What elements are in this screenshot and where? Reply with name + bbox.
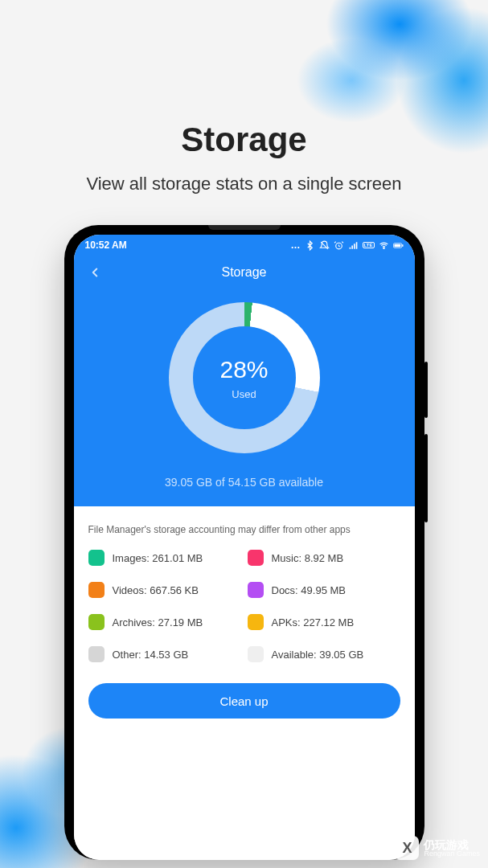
legend-label: APKs: 227.12 MB [272, 616, 355, 628]
legend-item: Images: 261.01 MB [88, 550, 241, 566]
hero-title: Storage [0, 121, 488, 159]
phone-side-button [424, 362, 428, 418]
available-line: 39.05 GB of 54.15 GB available [85, 476, 404, 489]
lte-icon: LTE [363, 242, 375, 248]
legend-swatch [88, 582, 105, 598]
svg-rect-3 [394, 244, 400, 247]
more-icon: … [291, 240, 301, 251]
legend-label: Other: 14.53 GB [113, 649, 189, 661]
alarm-icon [334, 240, 344, 251]
phone-mockup: 10:52 AM … LTE [64, 225, 424, 860]
legend-swatch [248, 582, 264, 598]
legend-label: Archives: 27.19 MB [113, 616, 203, 628]
legend-swatch [248, 646, 264, 662]
legend-swatch [88, 646, 105, 662]
legend-item: Docs: 49.95 MB [248, 582, 400, 598]
hero: Storage View all storage stats on a sing… [0, 121, 488, 194]
chevron-left-icon [88, 265, 102, 280]
svg-rect-4 [402, 244, 403, 247]
accounting-note: File Manager's storage accounting may di… [88, 524, 400, 535]
phone-screen: 10:52 AM … LTE [74, 235, 415, 860]
clean-up-button[interactable]: Clean up [88, 683, 400, 719]
legend-label: Available: 39.05 GB [272, 649, 364, 661]
hero-subtitle: View all storage stats on a single scree… [0, 174, 488, 194]
bluetooth-icon [305, 240, 315, 251]
svg-point-1 [383, 248, 383, 248]
back-button[interactable] [85, 263, 105, 282]
battery-icon [393, 240, 404, 251]
watermark-icon: X [395, 836, 419, 860]
legend-swatch [88, 614, 105, 630]
legend-item: Videos: 667.56 KB [88, 582, 241, 598]
app-header: Storage 28% Used 39.05 GB of 54.15 GB av… [74, 256, 415, 506]
status-time: 10:52 AM [85, 240, 127, 251]
legend-label: Docs: 49.95 MB [272, 584, 347, 596]
storage-donut-chart: 28% Used [169, 302, 320, 453]
watermark: X 仍玩游戏 Rengwan Games [395, 836, 480, 860]
legend-item: Other: 14.53 GB [88, 646, 241, 662]
signal-icon [348, 240, 359, 251]
watermark-en: Rengwan Games [424, 850, 480, 858]
legend-swatch [248, 550, 264, 566]
legend-swatch [248, 614, 264, 630]
storage-legend: Images: 261.01 MBMusic: 8.92 MBVideos: 6… [88, 550, 400, 662]
status-icons: … LTE [291, 240, 404, 251]
usage-label: Used [232, 388, 256, 400]
watermark-cn: 仍玩游戏 [424, 839, 480, 850]
usage-percent: 28% [219, 356, 268, 383]
legend-label: Images: 261.01 MB [113, 552, 203, 564]
legend-label: Music: 8.92 MB [272, 552, 344, 564]
legend-swatch [88, 550, 105, 566]
status-bar: 10:52 AM … LTE [74, 235, 415, 256]
legend-item: Archives: 27.19 MB [88, 614, 241, 630]
legend-item: Available: 39.05 GB [248, 646, 400, 662]
app-body: File Manager's storage accounting may di… [74, 506, 415, 860]
wifi-icon [379, 240, 389, 251]
legend-item: Music: 8.92 MB [248, 550, 400, 566]
legend-label: Videos: 667.56 KB [113, 584, 199, 596]
app-title: Storage [221, 265, 266, 280]
bell-off-icon [319, 240, 330, 251]
legend-item: APKs: 227.12 MB [248, 614, 400, 630]
phone-side-button [424, 434, 428, 522]
